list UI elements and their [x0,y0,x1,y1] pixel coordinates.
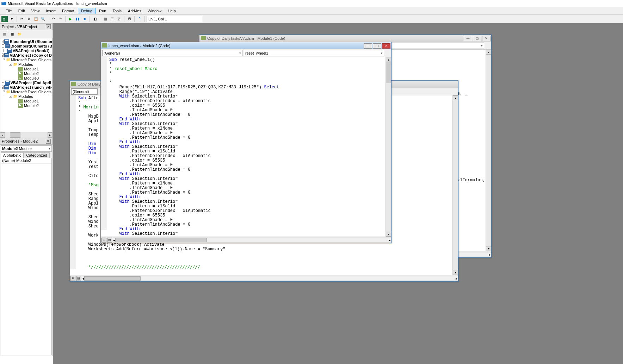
procedure-selector[interactable]: reset_wheel1 ▾ [244,50,384,56]
procedure-view-icon[interactable]: ≡ [70,276,75,281]
menu-run[interactable]: Run [96,8,109,14]
properties-window-icon[interactable]: ☰ [109,16,115,22]
toggle-folders-icon[interactable]: 📁 [16,31,23,37]
maximize-button[interactable]: ▢ [373,43,381,49]
tree-node[interactable]: +📁Microsoft Excel Objects [0,57,52,62]
property-value[interactable]: Module2 [15,158,32,163]
undo-icon[interactable]: ↶ [50,16,56,22]
help-icon[interactable]: ? [136,16,143,22]
menu-insert[interactable]: Insert [43,8,58,14]
find-icon[interactable]: 🔍 [40,16,46,22]
project-tree[interactable]: -BloombergUI (Bloomberg+BloombergUIChart… [0,38,53,132]
scroll-right-icon[interactable]: ▸ [456,276,458,281]
close-button[interactable]: ✕ [482,36,491,41]
properties-grid[interactable]: (Name) Module2 [1,158,52,355]
expand-icon[interactable]: + [3,90,5,93]
scroll-thumb[interactable] [84,276,141,281]
tree-node[interactable]: -📁Modules [0,62,52,67]
collapse-icon[interactable]: - [9,95,12,98]
scroll-thumb[interactable] [115,238,207,242]
reset-icon[interactable]: ■ [81,16,88,22]
menu-window[interactable]: Window [145,8,164,14]
copy-icon[interactable]: ⧉ [26,16,32,22]
properties-object-selector[interactable]: Module2 Module ▾ [1,145,52,152]
menu-edit[interactable]: Edit [16,8,28,14]
menu-help[interactable]: Help [165,8,179,14]
collapse-icon[interactable]: - [2,40,4,43]
paste-icon[interactable]: 📋 [33,16,39,22]
object-selector[interactable]: (General) [71,88,98,95]
scroll-thumb[interactable] [10,132,20,138]
scroll-up-icon[interactable]: ▴ [453,95,458,100]
tree-node[interactable]: Module2 [0,71,52,76]
tree-node[interactable]: -BloombergUI (Bloomberg [0,39,52,44]
view-object-icon[interactable]: ▦ [9,31,15,37]
scroll-left-icon[interactable]: ◂ [0,132,5,138]
vscrollbar[interactable]: ▴ ▾ [385,57,391,237]
scroll-down-icon[interactable]: ▾ [453,270,458,275]
minimize-button[interactable]: — [464,36,472,41]
tree-node[interactable]: Module1 [0,67,52,71]
scroll-up-icon[interactable]: ▴ [486,50,491,55]
menu-tools[interactable]: Tools [110,8,124,14]
expand-icon[interactable]: + [2,81,4,84]
full-module-view-icon[interactable]: ▤ [107,238,112,243]
tree-node[interactable]: -VBAProject (Copy of Dai [0,53,52,57]
close-icon[interactable]: ✕ [46,24,51,29]
minimize-button[interactable]: — [364,43,372,49]
view-code-icon[interactable]: ▤ [1,31,8,37]
object-browser-icon[interactable]: ⍁ [116,16,122,22]
scroll-down-icon[interactable]: ▾ [486,246,491,251]
tree-node[interactable]: Module3 [0,76,52,80]
menu-format[interactable]: Format [59,8,77,14]
scroll-down-icon[interactable]: ▾ [386,232,391,237]
close-button[interactable]: ✕ [382,43,390,49]
toolbox-icon[interactable]: 🛠 [126,16,132,22]
procedure-view-icon[interactable]: ≡ [101,238,106,243]
scroll-right-icon[interactable]: ▸ [389,238,391,242]
code-text[interactable]: Sub reset_wheel1() ' ' reset_wheel Macro… [107,57,385,237]
scroll-thumb[interactable] [386,62,391,83]
property-row[interactable]: (Name) Module2 [1,158,51,164]
project-explorer-icon[interactable]: ▤ [102,16,108,22]
window-titlebar[interactable]: lunch_wheel.xlsm - Module2 (Code) — ▢ ✕ [101,42,391,49]
tree-node[interactable]: -VBAProject (Book1) [0,48,52,53]
run-icon[interactable]: ▶ [67,16,74,22]
break-icon[interactable]: ▮▮ [74,16,81,22]
tree-node[interactable]: Module2 [0,103,52,108]
close-icon[interactable]: ✕ [46,139,51,144]
window-titlebar[interactable]: Copy of DailyTasksV7.xlsm - Module1 (Cod… [199,35,491,42]
excel-icon[interactable]: X [1,16,8,22]
tab-categorized[interactable]: Categorized [24,152,49,158]
menu-addins[interactable]: Add-Ins [125,8,144,14]
tree-node[interactable]: +📁Microsoft Excel Objects [0,89,52,94]
scroll-up-icon[interactable]: ▴ [386,57,391,62]
menu-file[interactable]: File [3,8,15,14]
scroll-right-icon[interactable]: ▸ [489,252,491,257]
code-window-lunch-wheel-module2[interactable]: lunch_wheel.xlsm - Module2 (Code) — ▢ ✕ … [100,42,391,243]
maximize-button[interactable]: ▢ [473,36,481,41]
collapse-icon[interactable]: - [2,86,4,89]
expand-icon[interactable]: + [2,44,4,48]
vscrollbar[interactable]: ▴ ▾ [452,95,458,275]
project-hscrollbar[interactable]: ◂ ▸ [0,132,53,138]
tree-node[interactable]: +VBAProject (End April 20 [0,80,52,85]
vscrollbar[interactable]: ▴ ▾ [486,50,491,251]
tree-node[interactable]: Module1 [0,99,52,103]
full-module-view-icon[interactable]: ▤ [76,276,81,281]
code-editor[interactable]: Sub reset_wheel1() ' ' reset_wheel Macro… [101,57,391,237]
collapse-icon[interactable]: - [3,49,6,52]
collapse-icon[interactable]: - [2,54,4,57]
design-mode-icon[interactable]: ◧ [92,16,98,22]
collapse-icon[interactable]: - [9,63,12,66]
tree-node[interactable]: -VBAProject (lunch_whee [0,85,52,89]
object-selector[interactable]: (General) ▾ [102,50,242,56]
hscrollbar[interactable]: ◂ ▸ [82,276,458,281]
expand-icon[interactable]: + [3,58,5,61]
redo-icon[interactable]: ↷ [57,16,63,22]
menu-debug[interactable]: Debug [78,8,95,14]
menu-view[interactable]: View [29,8,43,14]
hscrollbar[interactable]: ◂ ▸ [113,238,391,243]
tab-alphabetic[interactable]: Alphabetic [1,152,24,158]
dropdown-arrow-icon[interactable]: ▾ [8,16,15,22]
